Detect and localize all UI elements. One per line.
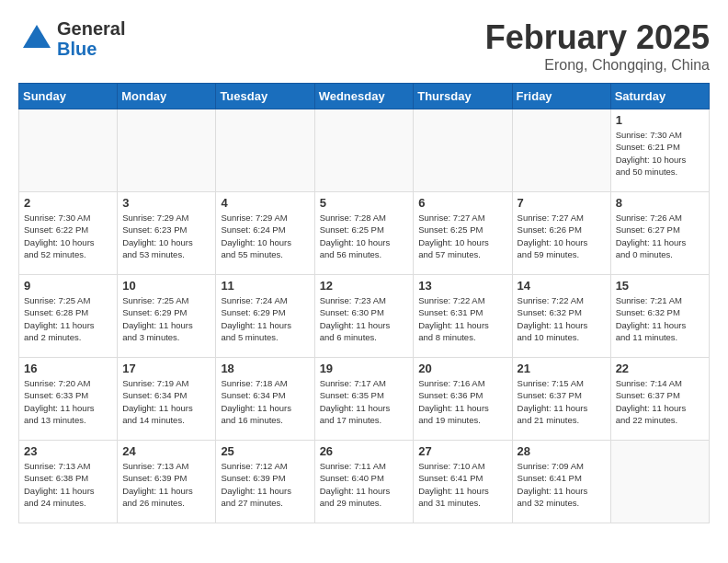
logo-blue: Blue [57, 39, 125, 59]
svg-marker-0 [23, 25, 51, 48]
day-info: Sunrise: 7:16 AM Sunset: 6:36 PM Dayligh… [418, 377, 506, 426]
location: Erong, Chongqing, China [485, 57, 710, 74]
day-info: Sunrise: 7:12 AM Sunset: 6:39 PM Dayligh… [221, 460, 309, 509]
weekday-header: Sunday [19, 84, 118, 109]
calendar-cell: 4Sunrise: 7:29 AM Sunset: 6:24 PM Daylig… [216, 192, 314, 275]
day-info: Sunrise: 7:13 AM Sunset: 6:39 PM Dayligh… [122, 460, 210, 509]
calendar-header-row: SundayMondayTuesdayWednesdayThursdayFrid… [19, 84, 710, 109]
weekday-header: Saturday [610, 84, 709, 109]
day-number: 3 [122, 196, 210, 210]
calendar-cell: 5Sunrise: 7:28 AM Sunset: 6:25 PM Daylig… [314, 192, 414, 275]
day-number: 12 [320, 279, 409, 293]
day-info: Sunrise: 7:30 AM Sunset: 6:22 PM Dayligh… [24, 212, 112, 260]
calendar-cell: 26Sunrise: 7:11 AM Sunset: 6:40 PM Dayli… [314, 441, 414, 523]
day-number: 13 [418, 279, 506, 293]
calendar-cell: 27Sunrise: 7:10 AM Sunset: 6:41 PM Dayli… [414, 441, 512, 523]
day-number: 21 [518, 362, 606, 375]
day-info: Sunrise: 7:13 AM Sunset: 6:38 PM Dayligh… [24, 460, 112, 509]
day-number: 15 [616, 279, 704, 293]
calendar-cell: 13Sunrise: 7:22 AM Sunset: 6:31 PM Dayli… [414, 275, 512, 358]
calendar-cell: 1Sunrise: 7:30 AM Sunset: 6:21 PM Daylig… [610, 109, 709, 192]
day-info: Sunrise: 7:22 AM Sunset: 6:31 PM Dayligh… [418, 294, 506, 343]
calendar-cell: 18Sunrise: 7:18 AM Sunset: 6:34 PM Dayli… [216, 358, 314, 441]
calendar-cell: 10Sunrise: 7:25 AM Sunset: 6:29 PM Dayli… [118, 275, 216, 358]
day-number: 4 [221, 196, 309, 210]
logo-icon [18, 20, 55, 57]
day-number: 25 [221, 444, 309, 458]
calendar-cell [314, 109, 414, 192]
calendar-week-row: 2Sunrise: 7:30 AM Sunset: 6:22 PM Daylig… [19, 192, 710, 275]
day-info: Sunrise: 7:21 AM Sunset: 6:32 PM Dayligh… [616, 294, 704, 343]
day-info: Sunrise: 7:27 AM Sunset: 6:25 PM Dayligh… [418, 212, 506, 260]
calendar-cell: 20Sunrise: 7:16 AM Sunset: 6:36 PM Dayli… [414, 358, 512, 441]
calendar-cell: 3Sunrise: 7:29 AM Sunset: 6:23 PM Daylig… [118, 192, 216, 275]
calendar-cell: 12Sunrise: 7:23 AM Sunset: 6:30 PM Dayli… [314, 275, 414, 358]
calendar-cell [216, 109, 314, 192]
day-info: Sunrise: 7:11 AM Sunset: 6:40 PM Dayligh… [320, 460, 409, 509]
calendar-week-row: 1Sunrise: 7:30 AM Sunset: 6:21 PM Daylig… [19, 109, 710, 192]
day-number: 22 [616, 362, 704, 375]
day-number: 27 [418, 444, 506, 458]
calendar-cell: 21Sunrise: 7:15 AM Sunset: 6:37 PM Dayli… [512, 358, 610, 441]
day-number: 18 [221, 362, 309, 375]
calendar-cell: 11Sunrise: 7:24 AM Sunset: 6:29 PM Dayli… [216, 275, 314, 358]
calendar-week-row: 16Sunrise: 7:20 AM Sunset: 6:33 PM Dayli… [19, 358, 710, 441]
calendar-cell: 24Sunrise: 7:13 AM Sunset: 6:39 PM Dayli… [118, 441, 216, 523]
weekday-header: Monday [118, 84, 216, 109]
calendar-cell: 28Sunrise: 7:09 AM Sunset: 6:41 PM Dayli… [512, 441, 610, 523]
day-number: 26 [320, 444, 409, 458]
day-info: Sunrise: 7:25 AM Sunset: 6:28 PM Dayligh… [24, 294, 112, 343]
calendar-cell [512, 109, 610, 192]
day-number: 28 [518, 444, 606, 458]
calendar-cell: 6Sunrise: 7:27 AM Sunset: 6:25 PM Daylig… [414, 192, 512, 275]
day-number: 10 [122, 279, 210, 293]
calendar-cell: 22Sunrise: 7:14 AM Sunset: 6:37 PM Dayli… [610, 358, 709, 441]
calendar-cell: 25Sunrise: 7:12 AM Sunset: 6:39 PM Dayli… [216, 441, 314, 523]
logo: General Blue [18, 18, 125, 59]
day-info: Sunrise: 7:19 AM Sunset: 6:34 PM Dayligh… [122, 377, 210, 426]
weekday-header: Tuesday [216, 84, 314, 109]
day-info: Sunrise: 7:23 AM Sunset: 6:30 PM Dayligh… [320, 294, 409, 343]
day-number: 6 [418, 196, 506, 210]
day-number: 7 [518, 196, 606, 210]
calendar-cell: 8Sunrise: 7:26 AM Sunset: 6:27 PM Daylig… [610, 192, 709, 275]
day-number: 14 [518, 279, 606, 293]
day-info: Sunrise: 7:14 AM Sunset: 6:37 PM Dayligh… [616, 377, 704, 426]
title-block: February 2025 Erong, Chongqing, China [485, 18, 710, 74]
day-number: 16 [24, 362, 112, 375]
day-info: Sunrise: 7:29 AM Sunset: 6:24 PM Dayligh… [221, 212, 309, 260]
day-number: 11 [221, 279, 309, 293]
page-header: General Blue February 2025 Erong, Chongq… [18, 18, 710, 74]
calendar-cell: 23Sunrise: 7:13 AM Sunset: 6:38 PM Dayli… [19, 441, 118, 523]
calendar-cell: 7Sunrise: 7:27 AM Sunset: 6:26 PM Daylig… [512, 192, 610, 275]
calendar-cell: 9Sunrise: 7:25 AM Sunset: 6:28 PM Daylig… [19, 275, 118, 358]
day-number: 5 [320, 196, 409, 210]
calendar-cell [19, 109, 118, 192]
calendar-cell: 17Sunrise: 7:19 AM Sunset: 6:34 PM Dayli… [118, 358, 216, 441]
calendar-cell: 2Sunrise: 7:30 AM Sunset: 6:22 PM Daylig… [19, 192, 118, 275]
calendar-week-row: 23Sunrise: 7:13 AM Sunset: 6:38 PM Dayli… [19, 441, 710, 523]
day-info: Sunrise: 7:26 AM Sunset: 6:27 PM Dayligh… [616, 212, 704, 260]
day-info: Sunrise: 7:15 AM Sunset: 6:37 PM Dayligh… [518, 377, 606, 426]
month-title: February 2025 [485, 18, 710, 57]
weekday-header: Thursday [414, 84, 512, 109]
day-info: Sunrise: 7:10 AM Sunset: 6:41 PM Dayligh… [418, 460, 506, 509]
day-info: Sunrise: 7:18 AM Sunset: 6:34 PM Dayligh… [221, 377, 309, 426]
calendar-cell: 16Sunrise: 7:20 AM Sunset: 6:33 PM Dayli… [19, 358, 118, 441]
calendar-table: SundayMondayTuesdayWednesdayThursdayFrid… [18, 83, 710, 523]
calendar-cell: 19Sunrise: 7:17 AM Sunset: 6:35 PM Dayli… [314, 358, 414, 441]
day-info: Sunrise: 7:09 AM Sunset: 6:41 PM Dayligh… [518, 460, 606, 509]
day-info: Sunrise: 7:29 AM Sunset: 6:23 PM Dayligh… [122, 212, 210, 260]
day-info: Sunrise: 7:25 AM Sunset: 6:29 PM Dayligh… [122, 294, 210, 343]
calendar-week-row: 9Sunrise: 7:25 AM Sunset: 6:28 PM Daylig… [19, 275, 710, 358]
day-info: Sunrise: 7:17 AM Sunset: 6:35 PM Dayligh… [320, 377, 409, 426]
day-number: 20 [418, 362, 506, 375]
day-info: Sunrise: 7:22 AM Sunset: 6:32 PM Dayligh… [518, 294, 606, 343]
day-number: 24 [122, 444, 210, 458]
day-number: 19 [320, 362, 409, 375]
day-number: 17 [122, 362, 210, 375]
day-number: 8 [616, 196, 704, 210]
logo-general: General [57, 18, 125, 39]
weekday-header: Friday [512, 84, 610, 109]
day-info: Sunrise: 7:27 AM Sunset: 6:26 PM Dayligh… [518, 212, 606, 260]
